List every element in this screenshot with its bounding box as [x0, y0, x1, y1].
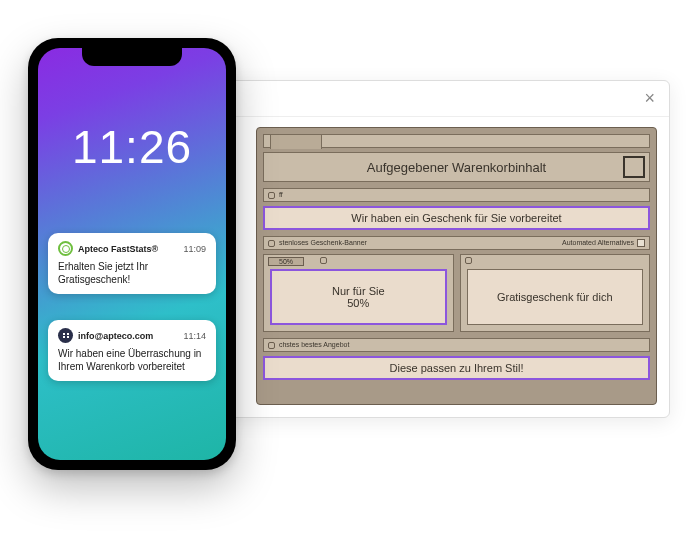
strip-2-left-label: stenloses Geschenk-Banner — [279, 239, 367, 246]
notification-app-name: info@apteco.com — [78, 331, 153, 341]
style-banner-block[interactable]: Diese passen zu Ihrem Stil! — [263, 356, 650, 380]
window-titlebar: × — [181, 81, 669, 117]
style-banner-text: Diese passen zu Ihrem Stil! — [390, 362, 524, 374]
notification-app: Apteco FastStats® — [58, 241, 158, 256]
page-builder-canvas: Aufgegebener Warenkorbinhalt ff Wir habe… — [256, 127, 657, 405]
notification-time: 11:14 — [183, 331, 206, 341]
automated-alternatives-checkbox[interactable] — [637, 239, 645, 247]
automated-alternatives-label: Automated Alternatives — [562, 237, 634, 249]
notification-card[interactable]: Apteco FastStats® 11:09 Erhalten Sie jet… — [48, 233, 216, 294]
notification-body: Erhalten Sie jetzt Ihr Gratisgeschenk! — [58, 260, 206, 286]
close-icon[interactable]: × — [644, 88, 655, 109]
promo-right-content: Gratisgeschenk für dich — [467, 269, 644, 325]
drag-handle-icon[interactable] — [268, 342, 275, 349]
phone-notch — [82, 48, 182, 66]
drag-handle-icon[interactable] — [465, 257, 472, 264]
drag-handle-icon[interactable] — [268, 240, 275, 247]
hero-title: Aufgegebener Warenkorbinhalt — [367, 160, 546, 175]
builder-window: × Aufgegebener Warenkorbinhalt ff Wir ha… — [180, 80, 670, 418]
strip-2: stenloses Geschenk-Banner Automated Alte… — [263, 236, 650, 250]
strip-3: chstes bestes Angebot — [263, 338, 650, 352]
phone-frame: 11:26 Apteco FastStats® 11:09 Erhalten S… — [28, 38, 236, 470]
promo-row: 50% Nur für Sie 50% Gratisgeschenk für d… — [263, 254, 650, 332]
notification-app: info@apteco.com — [58, 328, 153, 343]
notification-time: 11:09 — [183, 244, 206, 254]
hero-block[interactable]: Aufgegebener Warenkorbinhalt — [263, 152, 650, 182]
faststats-app-icon — [58, 241, 73, 256]
gift-banner-block[interactable]: Wir haben ein Geschenk für Sie vorbereit… — [263, 206, 650, 230]
strip-1: ff — [263, 188, 650, 202]
notification-card[interactable]: info@apteco.com 11:14 Wir haben eine Übe… — [48, 320, 216, 381]
promo-left-content: Nur für Sie 50% — [270, 269, 447, 325]
builder-tabs[interactable] — [263, 134, 650, 148]
lockscreen-clock: 11:26 — [38, 120, 226, 174]
promo-left-line2: 50% — [347, 297, 369, 309]
strip-3-left-label: chstes bestes Angebot — [279, 341, 349, 348]
drag-handle-icon[interactable] — [268, 192, 275, 199]
promo-right-text: Gratisgeschenk für dich — [497, 291, 613, 303]
strip-1-label: ff — [279, 191, 283, 198]
image-placeholder-icon[interactable] — [623, 156, 645, 178]
discount-tag: 50% — [268, 257, 304, 266]
drag-handle-icon[interactable] — [320, 257, 327, 264]
phone-screen: 11:26 Apteco FastStats® 11:09 Erhalten S… — [38, 48, 226, 460]
notification-app-name: Apteco FastStats® — [78, 244, 158, 254]
promo-left-line1: Nur für Sie — [332, 285, 385, 297]
promo-right-block[interactable]: Gratisgeschenk für dich — [460, 254, 651, 332]
mail-app-icon — [58, 328, 73, 343]
promo-left-block[interactable]: 50% Nur für Sie 50% — [263, 254, 454, 332]
notification-body: Wir haben eine Überraschung in Ihrem War… — [58, 347, 206, 373]
gift-banner-text: Wir haben ein Geschenk für Sie vorbereit… — [351, 212, 561, 224]
